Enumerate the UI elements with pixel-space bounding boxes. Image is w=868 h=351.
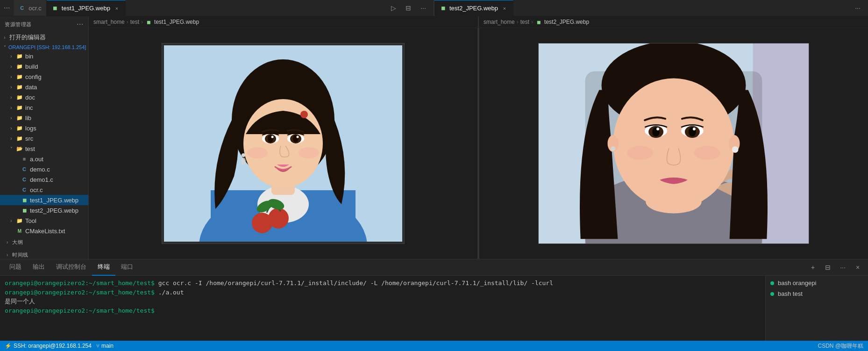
tree-folder-config[interactable]: › 📁 config bbox=[0, 72, 88, 82]
folder-icon-build: 📁 bbox=[16, 63, 23, 70]
tree-bin-label: bin bbox=[25, 53, 33, 60]
breadcrumb-smart-home: smart_home bbox=[93, 19, 125, 25]
folder-icon-logs: 📁 bbox=[16, 124, 23, 132]
split-btn[interactable]: ⊟ bbox=[402, 1, 415, 14]
session1-label: bash orangepi bbox=[778, 279, 816, 287]
tree-folder-bin[interactable]: › 📁 bin bbox=[0, 51, 88, 61]
panel-close-btn[interactable]: × bbox=[851, 261, 864, 274]
sidebar: 资源管理器 ··· › 打开的编辑器 ˅ ORANGEPI [SSH: 192.… bbox=[0, 16, 89, 259]
panel-dots-btn[interactable]: ··· bbox=[836, 261, 849, 274]
tree-folder-build[interactable]: › 📁 build bbox=[0, 61, 88, 72]
timeline-section[interactable]: › 时间线 bbox=[0, 249, 88, 259]
status-branch[interactable]: ⑂ main bbox=[96, 343, 114, 349]
sidebar-dots[interactable]: ··· bbox=[77, 20, 84, 29]
tree-folder-lib[interactable]: › 📁 lib bbox=[0, 113, 88, 123]
tree-file-ocr-c[interactable]: C ocr.c bbox=[0, 185, 88, 195]
doc-chevron: › bbox=[8, 95, 14, 100]
webp-icon: ◼ bbox=[51, 5, 59, 12]
svg-point-36 bbox=[646, 190, 702, 214]
tree-build-label: build bbox=[25, 63, 38, 70]
tree-lib-label: lib bbox=[25, 115, 31, 122]
run-btn[interactable]: ▷ bbox=[387, 1, 400, 14]
more-btn[interactable]: ··· bbox=[417, 1, 430, 14]
timeline-chevron: › bbox=[5, 252, 10, 258]
panel-tab-issues[interactable]: 问题 bbox=[4, 259, 27, 276]
tree-file-test1-webp[interactable]: ◼ test1_JPEG.webp bbox=[0, 195, 88, 205]
outline-label: 大纲 bbox=[12, 239, 23, 246]
terminal-prompt-2: orangepi@orangepizero2:~/smart_home/test… bbox=[5, 289, 155, 296]
tab-test2-close[interactable]: × bbox=[501, 5, 508, 12]
tab-group-right: ◼ test2_JPEG.webp × ··· bbox=[434, 0, 868, 16]
tree-src-label: src bbox=[25, 135, 33, 142]
open-editors-section[interactable]: › 打开的编辑器 bbox=[0, 32, 88, 43]
cmake-icon: M bbox=[16, 227, 23, 235]
breadcrumb-sep1: › bbox=[127, 19, 128, 25]
tree-folder-data[interactable]: › 📁 data bbox=[0, 82, 88, 92]
tree-file-cmake[interactable]: M CMakeLists.txt bbox=[0, 226, 88, 236]
tree-cmake-label: CMakeLists.txt bbox=[25, 228, 65, 235]
panel-tab-debug-label: 调试控制台 bbox=[56, 263, 86, 271]
connection-chevron: ˅ bbox=[2, 45, 7, 50]
tree-folder-doc[interactable]: › 📁 doc bbox=[0, 92, 88, 102]
tree-config-label: config bbox=[25, 73, 42, 80]
tree-folder-src[interactable]: › 📁 src bbox=[0, 133, 88, 143]
branch-icon: ⑂ bbox=[96, 343, 100, 349]
session2-label: bash test bbox=[778, 290, 803, 297]
tab-test2-webp[interactable]: ◼ test2_JPEG.webp × bbox=[434, 0, 513, 16]
status-ssh[interactable]: ⚡ SSH: orangepi@192.168.1.254 bbox=[5, 343, 92, 349]
right-more-btn[interactable]: ··· bbox=[851, 1, 864, 14]
open-editors-label: 打开的编辑器 bbox=[9, 33, 46, 42]
tree-folder-test[interactable]: ˅ 📂 test bbox=[0, 143, 88, 154]
tree-file-demo1-c[interactable]: C demo1.c bbox=[0, 174, 88, 185]
tab-test1-webp[interactable]: ◼ test1_JPEG.webp × bbox=[47, 0, 126, 16]
inc-chevron: › bbox=[8, 105, 14, 110]
panel-tab-debug[interactable]: 调试控制台 bbox=[50, 259, 92, 276]
panel-tab-output[interactable]: 输出 bbox=[27, 259, 50, 276]
tree-ocrc-label: ocr.c bbox=[30, 186, 43, 193]
tree-file-test2-webp[interactable]: ◼ test2_JPEG.webp bbox=[0, 205, 88, 215]
tree-file-demo-c[interactable]: C demo.c bbox=[0, 164, 88, 174]
left-dots-btn[interactable]: ··· bbox=[0, 0, 14, 16]
open-editors-chevron: › bbox=[2, 35, 7, 40]
tree-test2-label: test2_JPEG.webp bbox=[30, 207, 78, 214]
sidebar-tree: › 打开的编辑器 ˅ ORANGEPI [SSH: 192.168.1.254]… bbox=[0, 32, 88, 259]
right-tab-actions: ··· bbox=[847, 0, 868, 16]
lib-chevron: › bbox=[8, 115, 14, 121]
folder-icon-data: 📁 bbox=[16, 83, 23, 91]
sidebar-title: 资源管理器 bbox=[5, 21, 32, 28]
panel-split-btn[interactable]: ⊟ bbox=[821, 261, 834, 274]
tree-folder-logs[interactable]: › 📁 logs bbox=[0, 123, 88, 133]
svg-point-48 bbox=[732, 146, 739, 153]
svg-point-11 bbox=[300, 111, 308, 118]
exe-icon: ≡ bbox=[21, 155, 28, 163]
svg-point-23 bbox=[299, 147, 319, 158]
test-chevron: ˅ bbox=[8, 146, 14, 151]
outline-section[interactable]: › 大纲 bbox=[0, 236, 88, 249]
bin-chevron: › bbox=[8, 54, 14, 59]
status-right: CSDN @咖喱年糕 bbox=[818, 342, 863, 350]
sidebar-header: 资源管理器 ··· bbox=[0, 16, 88, 32]
terminal-area[interactable]: orangepi@orangepizero2:~/smart_home/test… bbox=[0, 276, 765, 341]
csdn-label: CSDN @咖喱年糕 bbox=[818, 342, 863, 350]
image-container-right bbox=[538, 43, 809, 244]
left-tab-actions: ▷ ⊟ ··· bbox=[383, 0, 434, 16]
tree-data-label: data bbox=[25, 84, 37, 91]
panel-tab-terminal[interactable]: 终端 bbox=[92, 259, 115, 276]
tab-ocr-c[interactable]: C ocr.c bbox=[14, 0, 46, 16]
panel-tabs: 问题 输出 调试控制台 终端 端口 + ⊟ ··· × bbox=[0, 259, 868, 276]
terminal-line-1: orangepi@orangepizero2:~/smart_home/test… bbox=[5, 279, 761, 288]
tree-file-aout[interactable]: ≡ a.out bbox=[0, 154, 88, 164]
c-icon: C bbox=[18, 4, 26, 12]
tree-folder-inc[interactable]: › 📁 inc bbox=[0, 102, 88, 113]
panel-add-btn[interactable]: + bbox=[806, 261, 819, 274]
tree-logs-label: logs bbox=[25, 125, 36, 132]
terminal-session-2[interactable]: bash test bbox=[766, 288, 868, 299]
folder-icon-inc: 📁 bbox=[16, 104, 23, 111]
terminal-session-1[interactable]: bash orangepi bbox=[766, 278, 868, 288]
tab-test1-close[interactable]: × bbox=[113, 5, 121, 12]
panel-tab-ports[interactable]: 端口 bbox=[115, 259, 139, 276]
connection-item[interactable]: ˅ ORANGEPI [SSH: 192.168.1.254] bbox=[0, 43, 88, 51]
terminal-sessions: bash orangepi bash test bbox=[765, 276, 868, 341]
src-chevron: › bbox=[8, 136, 14, 141]
tree-folder-tool[interactable]: › 📁 Tool bbox=[0, 215, 88, 226]
